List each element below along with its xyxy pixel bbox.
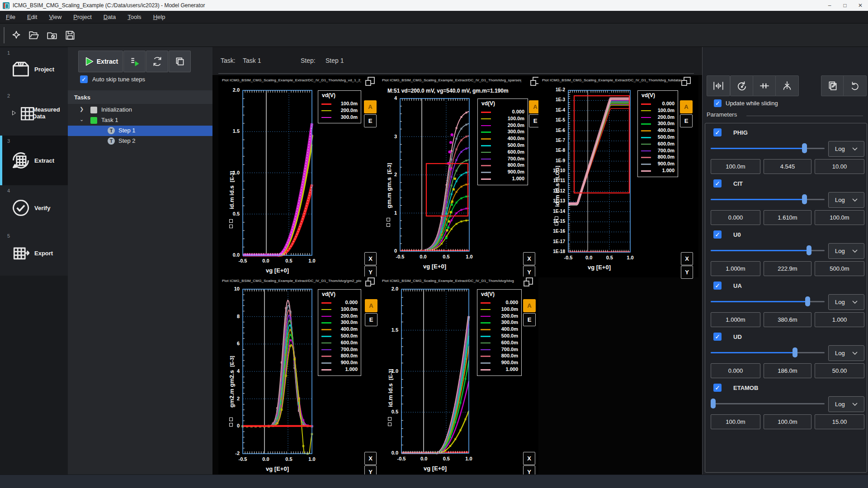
param-current-value[interactable]: 4.545 xyxy=(764,159,811,174)
undo-icon[interactable] xyxy=(843,75,867,96)
param-max-value[interactable]: 500.0m xyxy=(815,261,864,276)
sidebar-item-project[interactable]: 1Project xyxy=(0,47,68,90)
param-slider-knob[interactable] xyxy=(802,143,807,153)
auto-skip-checkbox[interactable]: ✓ xyxy=(80,75,88,83)
param-max-value[interactable]: 10.00 xyxy=(815,159,864,174)
menu-item-view[interactable]: View xyxy=(43,14,67,20)
param-current-value[interactable]: 380.6m xyxy=(764,312,811,327)
chevron-down-icon xyxy=(852,352,858,355)
chevron-down-icon[interactable]: ⌄ xyxy=(80,117,86,124)
extract-run-button[interactable]: Extract xyxy=(78,51,123,72)
sidebar-item-export[interactable]: 5Export xyxy=(0,230,68,276)
param-current-value[interactable]: 222.9m xyxy=(764,261,811,276)
param-scale-dropdown[interactable]: Log xyxy=(828,294,864,310)
sidebar-item-number: 2 xyxy=(7,93,10,99)
expand-button[interactable]: E xyxy=(680,114,693,127)
param-checkbox-phig[interactable]: ✓ xyxy=(713,128,722,136)
param-checkbox-ud[interactable]: ✓ xyxy=(713,333,722,341)
expand-button[interactable]: E xyxy=(364,114,377,127)
new-project-icon[interactable] xyxy=(8,28,24,43)
copy-page-icon[interactable] xyxy=(821,75,844,96)
tree-item-step-1[interactable]: TStep 1 xyxy=(68,126,212,136)
menu-item-project[interactable]: Project xyxy=(67,14,97,20)
param-slider-knob[interactable] xyxy=(805,296,810,306)
autoscale-button[interactable]: A xyxy=(523,299,536,312)
param-scale-dropdown[interactable]: Log xyxy=(828,243,864,259)
legend-entry: 300.0m xyxy=(318,319,361,326)
sidebar-item-measured-data[interactable]: 2Measured Data xyxy=(0,90,68,136)
reset-dial-icon[interactable] xyxy=(730,75,754,96)
x-axis-button[interactable]: X xyxy=(523,252,535,265)
menu-item-edit[interactable]: Edit xyxy=(21,14,43,20)
x-axis-button[interactable]: X xyxy=(364,252,377,265)
autoscale-button[interactable]: A xyxy=(364,100,377,113)
x-axis-button[interactable]: X xyxy=(523,452,535,465)
param-min-value[interactable]: 1.000m xyxy=(711,261,760,276)
project-settings-icon[interactable] xyxy=(44,28,60,43)
plot-panel-1: Plot ICMG_BSIM_CMG_Scaling_Example_Extra… xyxy=(218,76,378,277)
close-icon[interactable]: ✕ xyxy=(853,2,868,9)
maximize-plot-icon[interactable] xyxy=(364,276,376,288)
update-while-sliding-checkbox[interactable]: ✓ xyxy=(714,99,722,107)
param-max-value[interactable]: 100.0m xyxy=(815,210,864,225)
run-list-icon[interactable] xyxy=(123,51,146,72)
menu-item-file[interactable]: File xyxy=(0,14,21,20)
param-slider-knob[interactable] xyxy=(793,347,797,357)
sidebar-item-verify[interactable]: 4Verify xyxy=(0,185,68,230)
legend-entry: 400.0m xyxy=(477,326,521,333)
param-max-value[interactable]: 1.000 xyxy=(815,312,864,327)
param-min-value[interactable]: 100.0m xyxy=(711,414,760,429)
param-current-value[interactable]: 1.610m xyxy=(764,210,811,225)
autoscale-button[interactable]: A xyxy=(680,100,693,113)
param-scale-dropdown[interactable]: Log xyxy=(828,396,864,412)
param-checkbox-u0[interactable]: ✓ xyxy=(713,230,722,239)
param-scale-dropdown[interactable]: Log xyxy=(828,192,864,208)
save-icon[interactable] xyxy=(62,28,78,43)
param-name-ud: UD xyxy=(733,333,788,341)
autoscale-button[interactable]: A xyxy=(365,299,377,312)
maximize-plot-icon[interactable] xyxy=(364,75,376,88)
param-current-value[interactable]: 100.0m xyxy=(764,414,811,429)
tune-slider-icon[interactable] xyxy=(753,75,776,96)
param-min-value[interactable]: 0.000 xyxy=(711,363,760,378)
chevron-right-icon[interactable]: ❯ xyxy=(80,106,86,113)
legend-label: 500.0m xyxy=(341,333,358,338)
open-project-icon[interactable] xyxy=(26,28,42,43)
param-min-value[interactable]: 1.000m xyxy=(711,312,760,327)
y-axis-button[interactable]: Y xyxy=(681,266,693,279)
param-current-value[interactable]: 186.0m xyxy=(764,363,811,378)
param-slider-knob[interactable] xyxy=(807,245,811,255)
param-checkbox-cit[interactable]: ✓ xyxy=(713,179,722,188)
menu-item-tools[interactable]: Tools xyxy=(122,14,147,20)
param-max-value[interactable]: 15.00 xyxy=(815,414,864,429)
param-max-value[interactable]: 50.00 xyxy=(815,363,864,378)
tree-item-initialization[interactable]: ❯Initialization xyxy=(68,105,212,115)
param-min-value[interactable]: 100.0m xyxy=(711,159,760,174)
y-tick-label: 1E-8 xyxy=(538,148,565,154)
maximize-plot-icon[interactable] xyxy=(680,75,692,88)
param-scale-dropdown[interactable]: Log xyxy=(828,345,864,361)
param-scale-dropdown[interactable]: Log xyxy=(828,141,864,157)
menu-item-help[interactable]: Help xyxy=(147,14,171,20)
param-checkbox-etamob[interactable]: ✓ xyxy=(713,384,722,392)
expand-button[interactable]: E xyxy=(523,313,536,326)
param-slider-knob[interactable] xyxy=(711,399,716,408)
tree-item-step-2[interactable]: TStep 2 xyxy=(68,136,212,146)
minimize-icon[interactable]: – xyxy=(822,2,837,9)
legend-label: 400.0m xyxy=(508,136,524,141)
menu-item-data[interactable]: Data xyxy=(98,14,122,20)
expand-button[interactable]: E xyxy=(365,313,377,326)
fit-sliders-icon[interactable] xyxy=(707,75,730,96)
param-slider-knob[interactable] xyxy=(802,194,807,204)
x-axis-button[interactable]: X xyxy=(681,252,693,265)
x-axis-button[interactable]: X xyxy=(364,452,377,465)
tree-item-task-1[interactable]: ⌄Task 1 xyxy=(68,115,212,126)
apply-down-icon[interactable] xyxy=(775,75,799,96)
param-min-value[interactable]: 0.000 xyxy=(711,210,760,225)
param-checkbox-ua[interactable]: ✓ xyxy=(713,282,722,290)
maximize-icon[interactable]: □ xyxy=(837,2,853,9)
copy-windows-icon[interactable] xyxy=(169,51,191,72)
sync-icon[interactable] xyxy=(146,51,168,72)
maximize-plot-icon[interactable] xyxy=(522,276,534,288)
sidebar-item-extract[interactable]: 3Extract xyxy=(0,136,68,185)
